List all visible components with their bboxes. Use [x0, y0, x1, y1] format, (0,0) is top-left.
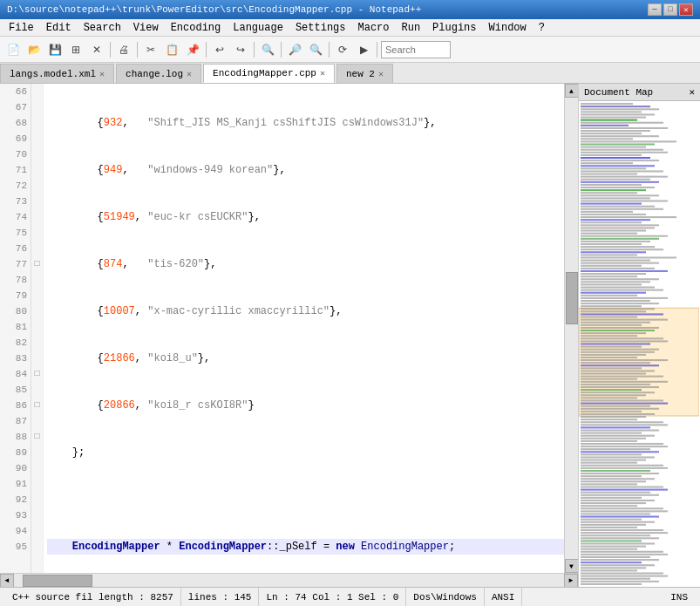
paste-button[interactable]: 📌 [183, 40, 202, 59]
svg-rect-8 [581, 122, 663, 124]
svg-rect-61 [581, 265, 642, 267]
copy-button[interactable]: 📋 [162, 40, 181, 59]
svg-rect-38 [581, 203, 642, 205]
menu-file[interactable]: File [3, 21, 39, 35]
svg-rect-97 [581, 359, 668, 361]
menu-search[interactable]: Search [78, 21, 126, 35]
separator-1 [110, 42, 111, 58]
tab-change-log[interactable]: change.log ✕ [116, 64, 201, 83]
tab-close-icon[interactable]: ✕ [187, 69, 192, 79]
svg-rect-131 [581, 451, 659, 453]
svg-rect-102 [581, 373, 646, 375]
menu-encoding[interactable]: Encoding [166, 21, 227, 35]
svg-rect-177 [581, 575, 668, 577]
sync-button[interactable]: ⟳ [333, 40, 352, 59]
code-line: EncodingMapper * EncodingMapper::_pSelf … [47, 539, 564, 555]
scroll-left-button[interactable]: ◄ [0, 574, 14, 588]
svg-rect-28 [581, 176, 668, 178]
tab-encoding-mapper[interactable]: EncodingMapper.cpp ✕ [203, 64, 335, 83]
code-area[interactable]: {932, "Shift_JIS MS_Kanji csShiftJIS csW… [44, 84, 564, 573]
svg-rect-42 [581, 214, 646, 215]
svg-rect-87 [581, 332, 646, 334]
separator-6 [329, 42, 330, 58]
document-map-header: Document Map ✕ [579, 84, 700, 101]
svg-rect-90 [581, 340, 668, 342]
scroll-up-button[interactable]: ▲ [565, 84, 579, 98]
svg-rect-82 [581, 319, 668, 321]
zoom-in-button[interactable]: 🔎 [285, 40, 304, 59]
run-button[interactable]: ▶ [354, 40, 373, 59]
scroll-track[interactable] [565, 98, 579, 559]
svg-rect-116 [581, 411, 642, 412]
vertical-scrollbar[interactable]: ▲ ▼ [564, 84, 578, 573]
tab-label: EncodingMapper.cpp [213, 68, 316, 78]
menu-settings[interactable]: Settings [290, 21, 351, 35]
save-button[interactable]: 💾 [45, 40, 65, 59]
print-button[interactable]: 🖨 [114, 40, 133, 59]
h-scroll-thumb[interactable] [23, 575, 92, 587]
redo-button[interactable]: ↪ [231, 40, 250, 59]
svg-rect-26 [581, 170, 663, 172]
svg-rect-166 [581, 546, 646, 548]
svg-rect-114 [581, 405, 650, 407]
svg-rect-39 [581, 206, 655, 208]
svg-rect-171 [581, 559, 659, 561]
tab-close-icon[interactable]: ✕ [378, 69, 384, 79]
h-scroll-track[interactable] [14, 574, 564, 588]
menu-edit[interactable]: Edit [41, 21, 77, 35]
svg-rect-111 [581, 397, 637, 398]
svg-rect-64 [581, 273, 646, 275]
svg-rect-71 [581, 289, 663, 291]
maximize-button[interactable]: □ [663, 3, 677, 16]
fold-gutter: □ □ □ □ [31, 84, 44, 573]
svg-rect-4 [581, 111, 642, 112]
open-button[interactable]: 📂 [24, 40, 44, 59]
svg-rect-70 [581, 286, 655, 288]
menu-help[interactable]: ? [533, 21, 550, 35]
zoom-out-button[interactable]: 🔍 [306, 40, 325, 59]
code-line: {10007, "x-mac-cyrillic xmaccyrillic"}, [47, 303, 564, 319]
menu-plugins[interactable]: Plugins [427, 21, 481, 35]
toolbar: 📄 📂 💾 ⊞ ✕ 🖨 ✂ 📋 📌 ↩ ↪ 🔍 🔎 🔍 ⟳ ▶ [0, 37, 700, 63]
search-box[interactable] [381, 41, 451, 58]
horizontal-scrollbar[interactable]: ◄ ► [0, 573, 578, 587]
save-all-button[interactable]: ⊞ [66, 40, 85, 59]
svg-rect-2 [581, 106, 650, 107]
tab-new2[interactable]: new 2 ✕ [336, 64, 393, 83]
minimize-button[interactable]: ─ [648, 3, 662, 16]
svg-rect-45 [581, 221, 642, 223]
scroll-right-button[interactable]: ► [564, 574, 578, 588]
svg-rect-162 [581, 535, 650, 536]
tab-langs-model[interactable]: langs.model.xml ✕ [0, 64, 114, 83]
svg-rect-9 [581, 125, 629, 126]
tab-close-icon[interactable]: ✕ [320, 68, 325, 78]
menu-language[interactable]: Language [228, 21, 289, 35]
menu-run[interactable]: Run [397, 21, 426, 35]
menu-macro[interactable]: Macro [352, 21, 394, 35]
document-map-close[interactable]: ✕ [689, 86, 695, 98]
svg-rect-78 [581, 308, 655, 310]
svg-rect-146 [581, 492, 650, 494]
svg-rect-31 [581, 184, 642, 186]
menu-window[interactable]: Window [484, 21, 532, 35]
svg-rect-145 [581, 489, 668, 491]
new-button[interactable]: 📄 [3, 40, 23, 59]
scroll-down-button[interactable]: ▼ [565, 559, 579, 573]
search-input[interactable] [385, 44, 438, 55]
svg-rect-129 [581, 446, 668, 447]
close-button-tb[interactable]: ✕ [87, 40, 106, 59]
svg-rect-110 [581, 394, 646, 396]
undo-button[interactable]: ↩ [210, 40, 229, 59]
scroll-thumb[interactable] [566, 272, 578, 324]
svg-rect-157 [581, 521, 655, 523]
svg-rect-17 [581, 146, 646, 148]
code-line [47, 492, 564, 507]
menu-view[interactable]: View [128, 21, 164, 35]
svg-rect-118 [581, 416, 646, 418]
cut-button[interactable]: ✂ [141, 40, 160, 59]
find-button[interactable]: 🔍 [258, 40, 277, 59]
tab-close-icon[interactable]: ✕ [99, 69, 105, 79]
close-button[interactable]: ✕ [679, 3, 693, 16]
svg-rect-73 [581, 295, 637, 296]
editor[interactable]: 66 67 68 69 70 71 72 73 74 75 76 77 78 7… [0, 84, 578, 573]
